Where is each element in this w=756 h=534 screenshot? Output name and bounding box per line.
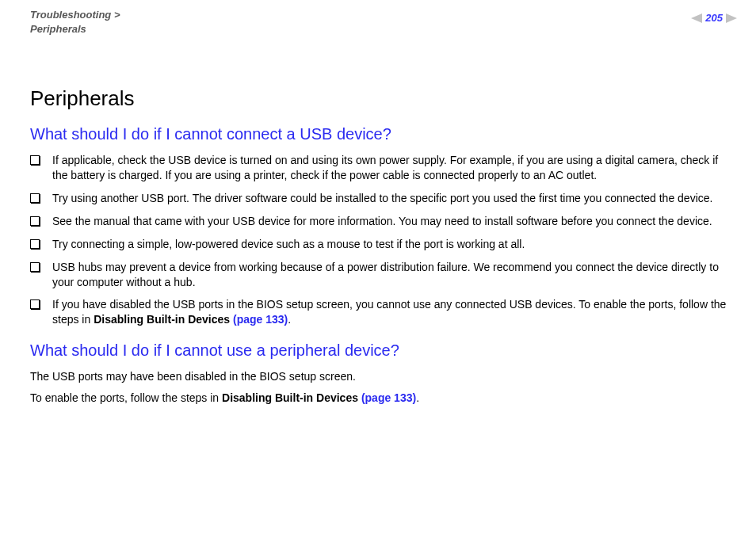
arrow-left-icon[interactable] <box>691 13 702 23</box>
para2-pre: To enable the ports, follow the steps in <box>30 391 222 404</box>
bullet-icon <box>30 193 40 203</box>
bullet-text: Try connecting a simple, low-powered dev… <box>52 238 525 250</box>
bullet-text: Try using another USB port. The driver s… <box>52 192 712 204</box>
bullet-icon <box>30 299 40 309</box>
section1-bullets: If applicable, check the USB device is t… <box>30 153 734 327</box>
para2-bold: Disabling Built-in Devices <box>222 391 358 404</box>
breadcrumb-separator: > <box>114 9 120 21</box>
list-item: Try connecting a simple, low-powered dev… <box>30 237 734 252</box>
bullet-icon <box>30 239 40 249</box>
bullet-text: USB hubs may prevent a device from worki… <box>52 261 719 288</box>
content-area: Peripherals What should I do if I cannot… <box>30 85 734 406</box>
breadcrumb: Troubleshooting > Peripherals <box>30 8 734 36</box>
arrow-right-icon[interactable] <box>726 13 737 23</box>
para2-post: . <box>416 391 419 404</box>
page-title: Peripherals <box>30 85 734 113</box>
breadcrumb-section: Troubleshooting <box>30 9 111 21</box>
breadcrumb-page: Peripherals <box>30 23 86 35</box>
section1-heading: What should I do if I cannot connect a U… <box>30 124 734 145</box>
page-ref-link[interactable]: (page 133) <box>361 391 416 404</box>
bullet-text: If applicable, check the USB device is t… <box>52 154 718 181</box>
page-number-nav: 205 <box>691 11 737 25</box>
bullet-icon <box>30 155 40 165</box>
section2-para2: To enable the ports, follow the steps in… <box>30 391 734 406</box>
list-item: Try using another USB port. The driver s… <box>30 191 734 206</box>
page-ref-link[interactable]: (page 133) <box>233 313 288 326</box>
section2-heading: What should I do if I cannot use a perip… <box>30 340 734 361</box>
bullet-text-post: . <box>288 313 291 326</box>
bullet-icon <box>30 216 40 226</box>
bullet-icon <box>30 262 40 272</box>
bullet-text: See the manual that came with your USB d… <box>52 215 712 227</box>
list-item: See the manual that came with your USB d… <box>30 214 734 229</box>
list-item: USB hubs may prevent a device from worki… <box>30 260 734 290</box>
section2-para1: The USB ports may have been disabled in … <box>30 369 734 384</box>
page-number: 205 <box>704 11 724 25</box>
list-item: If applicable, check the USB device is t… <box>30 153 734 183</box>
page-container: Troubleshooting > Peripherals 205 Periph… <box>0 0 756 534</box>
list-item: If you have disabled the USB ports in th… <box>30 297 734 327</box>
bullet-bold: Disabling Built-in Devices <box>94 313 230 326</box>
